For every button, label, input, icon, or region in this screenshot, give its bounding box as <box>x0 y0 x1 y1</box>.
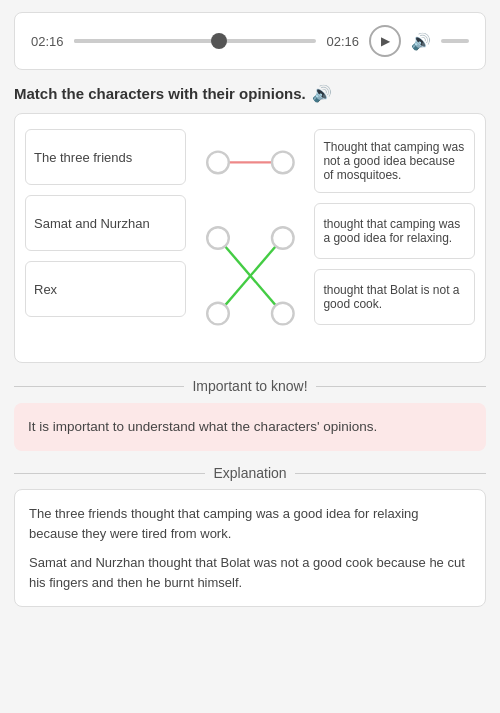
connectors-area <box>194 124 307 352</box>
info-box-text: It is important to understand what the c… <box>28 419 377 434</box>
match-left-item-3[interactable]: Rex <box>25 261 186 317</box>
explanation-paragraph-2: Samat and Nurzhan thought that Bolat was… <box>29 553 471 592</box>
section-title: Match the characters with their opinions… <box>0 80 500 113</box>
audio-player[interactable]: 02:16 02:16 ▶ 🔊 <box>14 12 486 70</box>
match-right-item-2[interactable]: thought that camping was a good idea for… <box>314 203 475 259</box>
section-title-text: Match the characters with their opinions… <box>14 85 306 102</box>
info-box: It is important to understand what the c… <box>14 403 486 451</box>
match-right-item-3[interactable]: thought that Bolat is not a good cook. <box>314 269 475 325</box>
important-label: Important to know! <box>192 377 307 395</box>
volume-track[interactable] <box>441 39 469 43</box>
svg-point-5 <box>207 303 229 325</box>
time-total: 02:16 <box>326 34 359 49</box>
svg-point-8 <box>272 303 294 325</box>
divider-right <box>316 386 486 387</box>
match-left-item-1[interactable]: The three friends <box>25 129 186 185</box>
svg-point-7 <box>272 227 294 249</box>
svg-point-4 <box>207 227 229 249</box>
explanation-label: Explanation <box>213 465 286 481</box>
time-current: 02:16 <box>31 34 64 49</box>
play-button[interactable]: ▶ <box>369 25 401 57</box>
match-left-item-2[interactable]: Samat and Nurzhan <box>25 195 186 251</box>
match-container: The three friends Samat and Nurzhan Rex <box>14 113 486 363</box>
progress-thumb <box>211 33 227 49</box>
divider-left <box>14 386 184 387</box>
explanation-divider-right <box>295 473 486 474</box>
svg-point-3 <box>207 152 229 174</box>
important-section: Important to know! <box>14 377 486 395</box>
match-left-column: The three friends Samat and Nurzhan Rex <box>15 124 194 352</box>
progress-fill <box>74 39 220 43</box>
match-right-column: Thought that camping was not a good idea… <box>306 124 485 352</box>
speaker-icon[interactable]: 🔊 <box>312 84 332 103</box>
connector-svg <box>194 124 307 352</box>
progress-track[interactable] <box>74 39 317 43</box>
match-right-item-1[interactable]: Thought that camping was not a good idea… <box>314 129 475 193</box>
svg-point-6 <box>272 152 294 174</box>
explanation-section: Explanation <box>14 465 486 481</box>
explanation-box: The three friends thought that camping w… <box>14 489 486 607</box>
explanation-paragraph-1: The three friends thought that camping w… <box>29 504 471 543</box>
explanation-divider-left <box>14 473 205 474</box>
volume-icon: 🔊 <box>411 32 431 51</box>
